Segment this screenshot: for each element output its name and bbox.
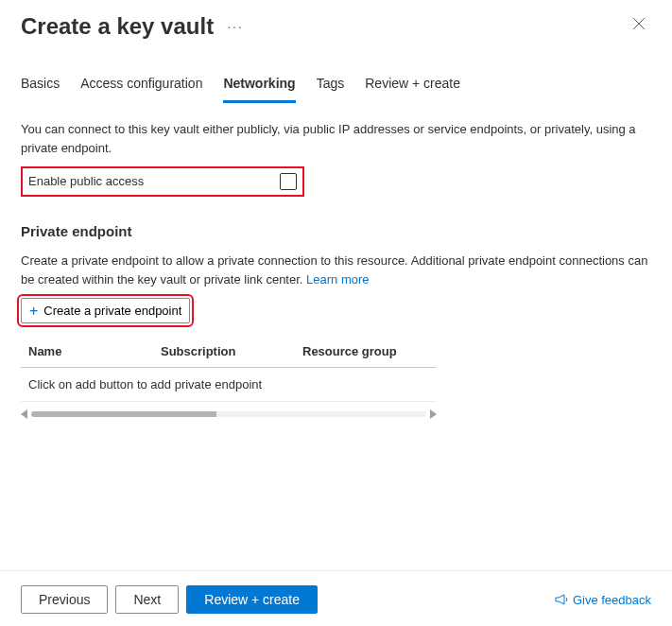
enable-public-access-checkbox[interactable] [280,173,297,190]
tab-networking[interactable]: Networking [223,76,295,103]
private-endpoint-description: Create a private endpoint to allow a pri… [21,252,651,288]
table-empty-row: Click on add button to add private endpo… [21,368,437,403]
tab-strip: Basics Access configuration Networking T… [0,40,672,103]
tab-tags[interactable]: Tags [317,76,345,103]
megaphone-icon [554,592,569,607]
col-header-resource-group: Resource group [302,342,429,361]
table-header: Name Subscription Resource group [21,337,437,368]
create-private-endpoint-button[interactable]: + Create a private endpoint [21,298,190,323]
scroll-thumb[interactable] [31,411,426,417]
private-endpoint-table: Name Subscription Resource group Click o… [21,337,437,402]
plus-icon: + [29,304,38,318]
enable-public-access-label: Enable public access [28,172,280,191]
review-create-button[interactable]: Review + create [186,585,318,614]
give-feedback-link[interactable]: Give feedback [554,592,651,607]
enable-public-access-row: Enable public access [21,166,304,197]
close-icon [632,17,646,30]
tab-review-create[interactable]: Review + create [365,76,460,103]
networking-description: You can connect to this key vault either… [21,120,651,157]
create-private-endpoint-label: Create a private endpoint [43,304,181,318]
scroll-right-arrow-icon[interactable] [430,409,437,419]
next-button[interactable]: Next [115,585,179,614]
col-header-name: Name [28,342,161,361]
scroll-left-arrow-icon[interactable] [21,409,27,419]
private-endpoint-heading: Private endpoint [21,221,651,243]
previous-button[interactable]: Previous [21,585,108,614]
col-header-subscription: Subscription [161,342,302,361]
give-feedback-label: Give feedback [573,593,651,607]
tab-access-configuration[interactable]: Access configuration [80,76,202,103]
footer-divider [0,570,672,571]
learn-more-link[interactable]: Learn more [306,272,369,287]
tab-basics[interactable]: Basics [21,76,60,103]
page-title: Create a key vault [21,13,214,40]
close-button[interactable] [632,17,651,36]
table-hscroll[interactable] [21,409,437,419]
more-actions-button[interactable]: ··· [227,19,244,34]
footer: Previous Next Review + create Give feedb… [0,573,672,626]
